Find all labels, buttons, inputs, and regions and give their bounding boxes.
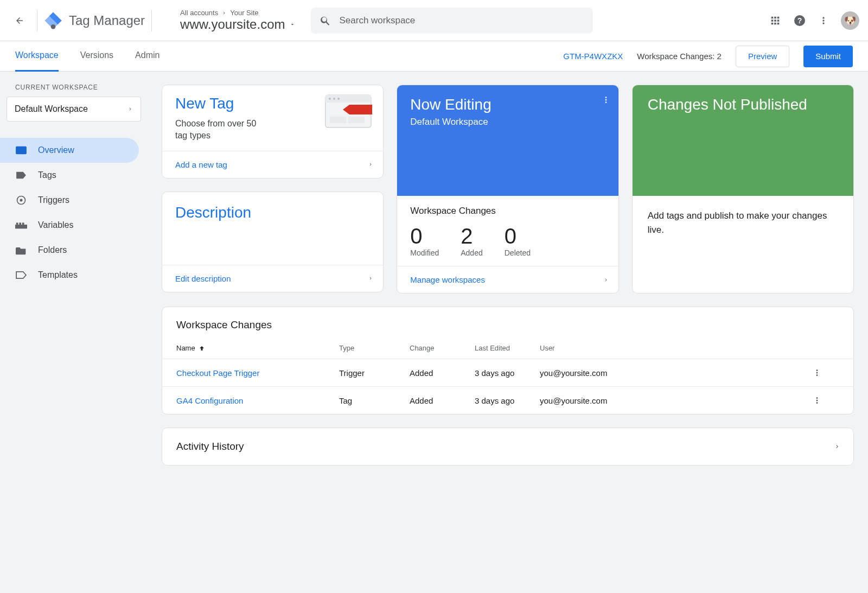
sidebar-item-folders[interactable]: Folders — [0, 238, 139, 263]
action-label: Edit description — [175, 274, 231, 283]
col-change[interactable]: Change — [410, 344, 475, 352]
sidebar-item-label: Folders — [38, 245, 67, 255]
col-user[interactable]: User — [540, 344, 812, 352]
stat-modified: 0 Modified — [410, 224, 439, 257]
card-body: Add tags and publish to make your change… — [633, 196, 853, 250]
chevron-right-icon — [368, 275, 373, 282]
row-name[interactable]: GA4 Configuration — [176, 396, 339, 405]
card-title: Description — [175, 204, 370, 221]
svg-rect-8 — [19, 222, 21, 225]
container-id[interactable]: GTM-P4WXZKX — [563, 52, 623, 61]
stat-num: 0 — [505, 224, 531, 248]
sidebar-item-tags[interactable]: Tags — [0, 163, 139, 188]
help-button[interactable]: ? — [793, 14, 806, 27]
svg-point-13 — [333, 98, 335, 100]
stat-label: Modified — [410, 248, 439, 257]
search-icon — [320, 15, 331, 27]
template-icon — [15, 269, 27, 281]
row-type: Tag — [339, 396, 410, 405]
tab-workspace[interactable]: Workspace — [15, 41, 59, 72]
overflow-button[interactable] — [818, 15, 829, 26]
caret-down-icon — [289, 21, 296, 28]
svg-point-0 — [51, 24, 56, 29]
breadcrumb-child: Your Site — [230, 9, 258, 17]
svg-point-12 — [329, 98, 331, 100]
activity-history-card[interactable]: Activity History — [162, 428, 854, 466]
separator — [151, 10, 152, 31]
avatar[interactable]: 🐶 — [841, 11, 859, 30]
apps-button[interactable] — [769, 15, 781, 27]
add-tag-action[interactable]: Add a new tag — [162, 151, 383, 178]
sidebar-item-label: Triggers — [38, 195, 69, 205]
tag-illustration-icon — [322, 92, 376, 131]
variable-icon — [15, 219, 27, 231]
card-subtitle: Default Workspace — [410, 117, 605, 127]
col-1: New Tag Choose from over 50 tag types — [162, 85, 384, 294]
main: New Tag Choose from over 50 tag types — [148, 72, 868, 593]
sidebar-item-label: Tags — [38, 170, 56, 180]
row-user: you@yoursite.com — [540, 396, 812, 405]
workspace-changes-card: Workspace Changes Name Type Change Last … — [162, 307, 854, 415]
sidebar-item-label: Templates — [38, 270, 78, 280]
row-last-edited: 3 days ago — [475, 396, 540, 405]
account-selector[interactable]: All accounts Your Site www.yoursite.com — [180, 9, 296, 32]
sidebar: CURRENT WORKSPACE Default Workspace Over… — [0, 72, 148, 593]
svg-rect-15 — [330, 117, 346, 123]
table-row: GA4 Configuration Tag Added 3 days ago y… — [162, 387, 853, 414]
stat-added: 2 Added — [461, 224, 482, 257]
stat-label: Deleted — [505, 248, 531, 257]
row-overflow-button[interactable] — [812, 396, 839, 405]
sidebar-item-triggers[interactable]: Triggers — [0, 188, 139, 213]
chevron-right-icon — [221, 10, 227, 16]
search-field[interactable] — [311, 8, 593, 34]
table-header: Name Type Change Last Edited User — [162, 340, 853, 359]
separator — [37, 10, 37, 31]
site-name: www.yoursite.com — [180, 17, 285, 32]
row-last-edited: 3 days ago — [475, 368, 540, 378]
workspace-selector[interactable]: Default Workspace — [7, 97, 141, 122]
help-icon: ? — [793, 14, 806, 27]
row-change: Added — [410, 368, 475, 378]
brand[interactable]: Tag Manager — [44, 11, 145, 30]
chevron-right-icon — [603, 276, 609, 284]
chevron-right-icon — [127, 105, 133, 113]
folder-icon — [15, 244, 27, 256]
tab-admin[interactable]: Admin — [135, 41, 159, 72]
gtm-logo-icon — [44, 11, 62, 30]
search-input[interactable] — [339, 15, 584, 26]
more-vert-icon — [812, 368, 822, 378]
table-row: Checkout Page Trigger Trigger Added 3 da… — [162, 359, 853, 387]
subnav: Workspace Versions Admin GTM-P4WXZKX Wor… — [0, 41, 868, 72]
svg-rect-11 — [326, 95, 371, 103]
preview-button[interactable]: Preview — [736, 46, 789, 67]
brand-name: Tag Manager — [69, 13, 145, 28]
svg-rect-9 — [22, 222, 24, 225]
edit-description-action[interactable]: Edit description — [162, 265, 383, 292]
arrow-up-icon — [199, 345, 205, 352]
sidebar-item-variables[interactable]: Variables — [0, 213, 139, 238]
row-overflow-button[interactable] — [812, 368, 839, 378]
col-last-edited[interactable]: Last Edited — [475, 344, 540, 352]
trigger-icon — [15, 194, 27, 206]
row-name[interactable]: Checkout Page Trigger — [176, 368, 339, 378]
layout: CURRENT WORKSPACE Default Workspace Over… — [0, 72, 868, 593]
col-name[interactable]: Name — [176, 344, 339, 352]
more-vert-icon — [818, 15, 829, 26]
now-editing-card: Now Editing Default Workspace Workspace … — [397, 85, 618, 294]
back-button[interactable] — [9, 10, 30, 31]
manage-workspaces-action[interactable]: Manage workspaces — [397, 266, 618, 293]
tabs: Workspace Versions Admin — [15, 41, 159, 72]
more-vert-icon — [812, 396, 822, 405]
card-overflow-button[interactable] — [601, 95, 611, 105]
breadcrumb: All accounts Your Site — [180, 9, 296, 17]
card-subtitle: Choose from over 50 tag types — [175, 118, 262, 142]
stats-title: Workspace Changes — [410, 206, 605, 216]
tab-versions[interactable]: Versions — [80, 41, 113, 72]
col-type[interactable]: Type — [339, 344, 410, 352]
submit-button[interactable]: Submit — [803, 46, 853, 67]
chevron-right-icon — [834, 442, 840, 451]
svg-rect-16 — [348, 117, 365, 123]
stat-num: 0 — [410, 224, 439, 248]
sidebar-item-overview[interactable]: Overview — [0, 138, 139, 163]
sidebar-item-templates[interactable]: Templates — [0, 263, 139, 288]
